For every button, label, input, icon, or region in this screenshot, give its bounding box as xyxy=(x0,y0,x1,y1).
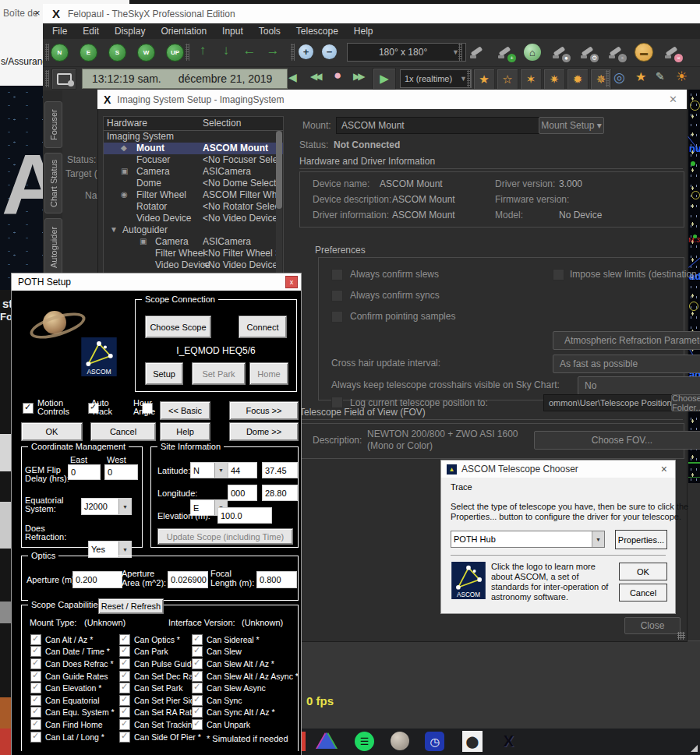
compass-button[interactable]: S xyxy=(108,44,126,62)
resize-grip[interactable] xyxy=(677,632,685,640)
capability-checkbox[interactable] xyxy=(120,672,129,681)
confirm-slews-checkbox[interactable] xyxy=(331,269,343,280)
cancel-button[interactable]: Cancel xyxy=(90,422,156,441)
play-button[interactable]: ▶ xyxy=(373,68,396,90)
pointing-samples-checkbox[interactable] xyxy=(331,311,343,323)
poth-titlebar[interactable]: POTH Setup x xyxy=(12,273,301,291)
home-icon[interactable]: ⌂ xyxy=(524,44,541,61)
capability-checkbox[interactable] xyxy=(120,720,129,729)
prism-icon[interactable] xyxy=(317,732,336,749)
focus-button[interactable]: Focus >> xyxy=(229,401,299,420)
longitude-degrees-field[interactable]: 000 xyxy=(228,485,256,500)
compass-button[interactable]: E xyxy=(80,44,97,62)
capability-checkbox[interactable] xyxy=(193,672,202,681)
capability-checkbox[interactable] xyxy=(120,683,129,693)
hardware-tree-row[interactable]: ◆ Mount ASCOM Mount xyxy=(104,143,283,154)
ascom-logo[interactable]: ASCOM xyxy=(451,562,486,599)
help-button[interactable]: Help xyxy=(160,422,210,441)
focal-length-field[interactable]: 0.800 xyxy=(257,572,296,587)
capability-checkbox[interactable] xyxy=(193,720,202,729)
theskyx-taskbar-icon[interactable]: X xyxy=(499,732,518,751)
menu-item[interactable]: File xyxy=(44,23,75,39)
menu-item[interactable]: Tools xyxy=(251,23,288,39)
crosshair-interval-spinner[interactable]: As fast as possible ▲▼ xyxy=(553,355,700,373)
menu-item[interactable]: Display xyxy=(107,23,153,39)
orbit-icon[interactable]: ◎ xyxy=(613,69,625,86)
time-display[interactable]: 13:12:19 sam. décembre 21, 2019 xyxy=(82,69,288,89)
rate-dropdown[interactable]: 1x (realtime) ▼ xyxy=(400,69,472,88)
record-button[interactable]: ● xyxy=(334,68,341,83)
capability-checkbox[interactable] xyxy=(120,647,129,656)
spotify-icon[interactable]: ☰ xyxy=(355,732,374,751)
pan-arrow-button[interactable]: ↓ xyxy=(216,43,236,58)
elevation-field[interactable]: 100.0 xyxy=(218,508,271,523)
atmospheric-refraction-button[interactable]: Atmospheric Refraction Parameters... xyxy=(553,331,700,350)
capability-checkbox[interactable] xyxy=(31,635,41,644)
scrollbar-thumb[interactable] xyxy=(276,131,282,209)
capability-checkbox[interactable] xyxy=(31,696,41,705)
hardware-tree-row[interactable]: ◉ Filter Wheel ASCOM Filter Wheel xyxy=(104,189,283,201)
telescope-disconnect-icon[interactable]: × xyxy=(663,43,681,62)
choose-fov-button[interactable]: Choose FOV... xyxy=(534,431,700,450)
toolbar-grip[interactable] xyxy=(45,44,49,61)
tab-autoguider[interactable]: Autoguider xyxy=(44,218,62,276)
sky-chart[interactable]: nu M.3 ad ad xyxy=(688,90,700,483)
pan-arrow-button[interactable]: ↑ xyxy=(193,43,213,58)
pan-arrow-button[interactable]: → xyxy=(263,43,283,58)
capability-checkbox[interactable] xyxy=(193,635,202,644)
column-hardware[interactable]: Hardware xyxy=(107,118,147,129)
tab-close-icon[interactable]: × xyxy=(34,7,41,19)
tab-chart-status[interactable]: Chart Status xyxy=(44,153,62,213)
reset-refresh-button[interactable]: Reset / Refresh xyxy=(98,598,164,614)
capability-checkbox[interactable] xyxy=(31,672,41,681)
gem-west-field[interactable]: 0 xyxy=(105,465,137,479)
capability-checkbox[interactable] xyxy=(31,707,41,717)
imaging-dialog-titlebar[interactable]: X Imaging System Setup - ImagingSystem ✕ xyxy=(97,90,687,109)
capability-checkbox[interactable] xyxy=(31,683,41,693)
toolbar-grip[interactable] xyxy=(467,70,471,87)
does-refraction-dropdown[interactable]: Yes▼ xyxy=(89,542,131,557)
capability-checkbox[interactable] xyxy=(193,647,202,656)
dome-button[interactable]: Dome >> xyxy=(229,422,299,441)
hardware-tree-row[interactable]: Video Device <No Video Device Selected> xyxy=(104,213,283,224)
clock-key-icon[interactable]: ◷ xyxy=(425,732,444,751)
properties-button[interactable]: Properties... xyxy=(615,530,667,549)
equatorial-system-dropdown[interactable]: J2000▼ xyxy=(82,499,131,514)
longitude-minutes-field[interactable]: 28.80 xyxy=(263,485,297,500)
ok-button[interactable]: OK xyxy=(619,563,667,580)
hardware-tree-row[interactable]: Imaging System xyxy=(104,131,283,143)
sun-icon[interactable]: ☀ xyxy=(676,69,688,85)
confirm-syncs-checkbox[interactable] xyxy=(331,290,343,302)
ok-button[interactable]: OK xyxy=(21,422,83,441)
theskyx-titlebar[interactable]: X Felopaul - TheSkyX Professional Editio… xyxy=(43,4,700,23)
rewind-button[interactable]: ◀◀ xyxy=(310,71,320,82)
hardware-tree-row[interactable]: Filter Wheel <No Filter Wheel Selected> xyxy=(104,248,283,259)
telescope-slew-icon[interactable]: ◦ xyxy=(606,43,625,62)
hardware-tree-row[interactable]: ▼ Autoguider xyxy=(104,224,283,236)
tab-focuser[interactable]: Focuser xyxy=(44,101,62,148)
menu-item[interactable]: Help xyxy=(346,23,381,39)
capability-checkbox[interactable] xyxy=(31,732,41,742)
mount-setup-button[interactable]: Mount Setup ▾ xyxy=(539,117,604,134)
latitude-direction-dropdown[interactable]: N▼ xyxy=(191,463,227,478)
hardware-tree-row[interactable]: ▣ Camera ASICamera xyxy=(104,236,283,248)
hardware-tree-row[interactable]: Video Device <No Video Device Selected> xyxy=(104,259,283,271)
gem-east-field[interactable]: 0 xyxy=(69,465,100,479)
hardware-tree-row[interactable]: Dome <No Dome Selected> xyxy=(104,178,283,189)
telescope-icon[interactable] xyxy=(468,43,486,62)
compass-button[interactable]: UP xyxy=(166,44,184,62)
setup-button[interactable]: Setup xyxy=(145,362,183,385)
capability-checkbox[interactable] xyxy=(31,720,41,729)
capability-checkbox[interactable] xyxy=(31,647,41,656)
pan-arrow-button[interactable]: ← xyxy=(239,43,260,58)
slew-limits-checkbox[interactable] xyxy=(553,269,564,280)
hardware-tree-row[interactable]: ▣ Camera ASICamera xyxy=(104,166,283,178)
ascom-logo[interactable]: ASCOM xyxy=(81,337,117,376)
mount-field[interactable]: ASCOM Mount xyxy=(336,117,542,134)
compass-button[interactable]: W xyxy=(137,44,155,62)
toolbar-grip[interactable] xyxy=(186,44,189,61)
menu-item[interactable]: Telescope xyxy=(288,23,346,39)
column-selection[interactable]: Selection xyxy=(203,118,241,129)
hardware-tree-row[interactable]: Rotator <No Rotator Selected> xyxy=(104,201,283,213)
capability-checkbox[interactable] xyxy=(193,683,202,693)
